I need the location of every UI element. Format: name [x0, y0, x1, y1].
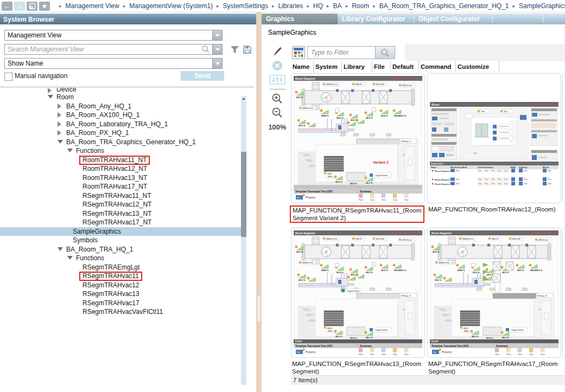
tree-item-symbols[interactable]: Symbols — [0, 236, 241, 245]
breadcrumb-item[interactable]: HQ — [313, 2, 323, 10]
display-mode-dropdown[interactable]: Show Name — [4, 58, 223, 69]
tab-library-configurator[interactable]: Library Configurator — [338, 14, 414, 24]
edit-pen-icon[interactable] — [267, 44, 288, 59]
tab-bar: Graphics Library Configurator Object Con… — [262, 14, 565, 24]
tree-item-rsegmtraemglgt[interactable]: RSegmTRAEmgLgt — [0, 263, 241, 272]
thumbnail-grid: Room SegmentSegment is set to "not Used"… — [291, 73, 565, 375]
tree-item-ba_room_px_hq_1[interactable]: BA_Room_PX_HQ_1 — [0, 128, 241, 138]
tree-item-room[interactable]: Room — [0, 93, 241, 102]
chevron-down-icon[interactable] — [212, 59, 222, 68]
tab-object-configurator[interactable]: Object Configurator — [414, 14, 492, 24]
tree-item-ba_room_any_hq_1[interactable]: BA_Room_Any_HQ_1 — [0, 102, 241, 111]
graphic-item-label[interactable]: MAP_FUNCTION_RoomTRAHvac12_(Room) — [428, 205, 557, 213]
zoom-out-icon[interactable] — [267, 106, 288, 120]
collapse-arrow-icon[interactable] — [67, 149, 73, 152]
tree-item-samplegraphics[interactable]: SampleGraphics — [0, 227, 241, 236]
expand-arrow-icon[interactable] — [58, 104, 61, 109]
thumbnail-view-button[interactable] — [292, 46, 305, 59]
collapse-arrow-icon[interactable] — [58, 247, 63, 251]
splitter-grip[interactable] — [257, 295, 261, 322]
graphic-thumbnail-partial[interactable] — [562, 228, 565, 358]
forward-arrow-icon[interactable]: → — [14, 2, 25, 11]
save-floppy-icon[interactable] — [243, 45, 252, 54]
column-header-file[interactable]: File — [372, 61, 391, 73]
tree-item-rsegmtrahvac11_nt[interactable]: RSegmTRAHvac11_NT — [0, 191, 241, 201]
breadcrumb-item[interactable]: BA — [333, 2, 342, 10]
tree-item-ba_room_laboratory_tra_hq_1[interactable]: BA_Room_Laboratory_TRA_HQ_1 — [0, 120, 241, 129]
svg-text:Segment(s): Segment(s) — [431, 162, 443, 165]
search-icon[interactable] — [201, 45, 210, 54]
tree-item-roomtrahvac12_nt[interactable]: RoomTRAHvac12_NT — [0, 164, 241, 173]
tree-item-ba_room_tra_hq_1[interactable]: BA_Room_TRA_HQ_1 — [0, 245, 241, 254]
breadcrumb-item[interactable]: SampleGraphics — [519, 2, 565, 10]
column-header-command[interactable]: Command — [419, 61, 456, 73]
column-header-library[interactable]: Library — [342, 61, 372, 73]
tree-item-rsegmtrahvac13[interactable]: RSegmTRAHvac13 — [0, 290, 241, 299]
expand-arrow-icon[interactable] — [58, 112, 61, 118]
column-header-name[interactable]: Name — [291, 61, 314, 73]
tree-item-roomtrahvac13_nt[interactable]: RoomTRAHvac13_NT — [0, 173, 241, 183]
breadcrumb-item[interactable]: BA_Room_TRA_Graphics_Generator_HQ_1 — [379, 2, 509, 10]
tree-item-ba_room_tra_graphics_generator_hq_1[interactable]: BA_Room_TRA_Graphics_Generator_HQ_1 — [0, 138, 241, 147]
tree-item-rsegmtrahvac17_nt[interactable]: RSegmTRAHvac17_NT — [0, 218, 241, 227]
graphic-item-label[interactable]: MAP_FUNCTION_RSegmTRAHvac11_(Room Segmen… — [292, 205, 421, 223]
tree-item-functions[interactable]: Functions — [0, 146, 241, 156]
chevron-down-icon[interactable] — [212, 30, 222, 40]
collapse-arrow-icon[interactable] — [67, 256, 73, 260]
tree-item-rsegmtrahvac12_nt[interactable]: RSegmTRAHvac12_NT — [0, 200, 241, 209]
breadcrumb-item[interactable]: SystemSettings — [223, 2, 268, 10]
collapse-arrow-icon[interactable] — [58, 140, 63, 144]
svg-text:888,888.8 %: 888,888.8 % — [394, 114, 407, 117]
tree-scrollbar[interactable] — [241, 96, 246, 385]
collapse-arrow-icon[interactable] — [48, 95, 53, 99]
breadcrumb-item[interactable]: Room — [352, 2, 369, 10]
view-selector-dropdown[interactable]: Management View — [4, 30, 223, 41]
filter-sliders-icon[interactable] — [267, 73, 288, 87]
breadcrumb-separator-icon: ▸ — [217, 3, 219, 9]
search-input[interactable] — [5, 44, 198, 54]
tree-item-rsegmtrahvac13_nt[interactable]: RSegmTRAHvac13_NT — [0, 209, 241, 219]
scroll-up-arrow-icon[interactable] — [242, 98, 245, 100]
tab-graphics[interactable]: Graphics — [262, 14, 338, 24]
graphic-thumbnail[interactable]: Room SegmentSegment is set to "not Used"… — [291, 73, 425, 203]
expand-arrow-icon[interactable] — [58, 121, 61, 127]
svg-text:Summary: Summary — [360, 190, 372, 193]
zoom-in-icon[interactable] — [267, 92, 288, 106]
clear-circle-icon[interactable] — [267, 59, 288, 73]
graphic-item-label[interactable]: MAP_FUNCTION_RSegmTRAHvac13_(Room Segmen… — [292, 360, 421, 375]
graphic-item-label[interactable]: MAP_FUNCTION_RSegmTRAHvac17_(Room Segmen… — [428, 360, 557, 375]
filter-input[interactable] — [308, 47, 373, 59]
breadcrumb-item[interactable]: Libraries — [278, 2, 303, 10]
tree-item-roomtrahvac11_nt[interactable]: RoomTRAHvac11_NT — [0, 156, 241, 165]
back-arrow-icon[interactable]: ← — [2, 2, 12, 11]
graphic-thumbnail[interactable]: RoomRoom is set to "not Used"TextTextTex… — [427, 73, 561, 203]
tree-item-device[interactable]: Device — [0, 88, 241, 93]
svg-text:Room Segment: Room Segment — [435, 183, 450, 185]
graphic-thumbnail[interactable]: Room SegmentSegment is set to "not Used"… — [291, 228, 425, 358]
tree-item-rsegmtrahvac12[interactable]: RSegmTRAHvac12 — [0, 281, 241, 290]
annotation-red-box: MAP_FUNCTION_RSegmTRAHvac11_(Room Segmen… — [290, 205, 424, 223]
breadcrumb-item[interactable]: Management View — [66, 2, 119, 10]
tree-item-rsegmtrahvacvavflctl11[interactable]: RSegmTRAHvacVavFlCtl11 — [0, 307, 241, 317]
graphic-thumbnail-partial[interactable] — [562, 73, 565, 203]
send-button[interactable]: Send — [181, 71, 224, 81]
tree-item-functions[interactable]: Functions — [0, 254, 241, 263]
tree-item-ba_room_ax100_hq_1[interactable]: BA_Room_AX100_HQ_1 — [0, 111, 241, 120]
tree-item-rsegmtrahvac11[interactable]: RSegmTRAHvac11 — [0, 272, 241, 281]
graphic-thumbnail[interactable]: Room SegmentSegment is set to "not Used"… — [427, 228, 561, 358]
column-header-default[interactable]: Default — [391, 61, 419, 73]
column-header-system[interactable]: System — [314, 61, 342, 73]
scrollbar-thumb[interactable] — [241, 152, 246, 237]
breadcrumb-item[interactable]: ManagementView (System1) — [129, 2, 213, 10]
tree-item-roomtrahvac17_nt[interactable]: RoomTRAHvac17_NT — [0, 182, 241, 191]
expand-arrow-icon[interactable] — [58, 130, 61, 136]
column-header-customize[interactable]: Customize — [456, 61, 499, 73]
filter-search-button[interactable] — [375, 47, 395, 59]
search-options-chevron-icon[interactable] — [212, 44, 222, 54]
favorites-star-icon[interactable]: ★ — [39, 2, 50, 11]
panel-splitter[interactable] — [256, 12, 262, 392]
manual-navigation-checkbox[interactable] — [4, 73, 12, 81]
filter-funnel-icon[interactable] — [230, 45, 239, 54]
history-clock-icon[interactable] — [27, 2, 37, 11]
tree-item-rsegmtrahvac17[interactable]: RSegmTRAHvac17 — [0, 299, 241, 308]
